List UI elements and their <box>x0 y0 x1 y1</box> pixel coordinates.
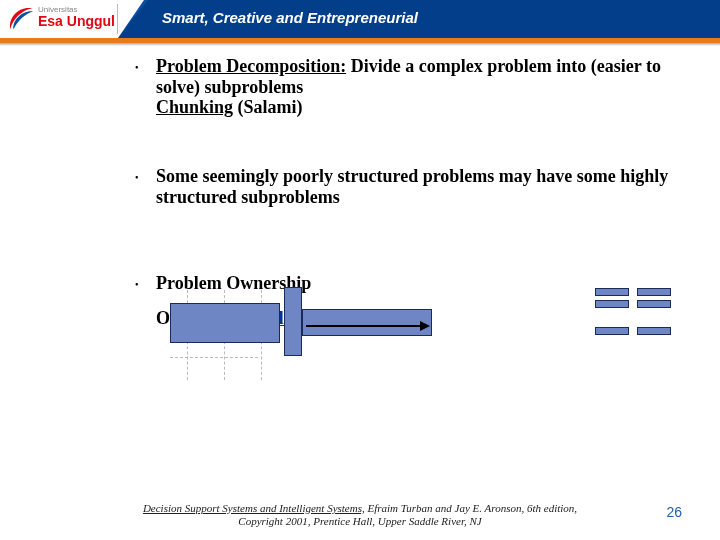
overlay-rect <box>595 300 629 308</box>
overlay-rect <box>637 300 671 308</box>
bullet-marker: • <box>0 273 156 294</box>
bullet-1-body: Problem Decomposition: Divide a complex … <box>156 56 720 118</box>
overlay-rect <box>284 287 302 356</box>
shadow-bar <box>0 43 720 46</box>
logo-area: Universitas Esa Unggul <box>0 0 118 38</box>
slide-header: Universitas Esa Unggul Smart, Creative a… <box>0 0 720 38</box>
overlay-rect <box>302 309 432 336</box>
logo-text: Universitas Esa Unggul <box>38 6 115 28</box>
content-area: • Problem Decomposition: Divide a comple… <box>0 48 720 329</box>
footer-rest1: Efraim Turban and Jay E. Aronson, 6th ed… <box>365 502 577 514</box>
bullet-1: • Problem Decomposition: Divide a comple… <box>0 56 720 118</box>
overlay-rect <box>595 327 629 335</box>
bullet-1-extra-rest: (Salami) <box>233 97 303 117</box>
guide-line <box>170 357 258 358</box>
footer-line2: Copyright 2001, Prentice Hall, Upper Sad… <box>238 515 481 527</box>
overlay-rect <box>637 288 671 296</box>
slogan-text: Smart, Creative and Entrepreneurial <box>162 9 418 26</box>
arrow-icon <box>306 325 428 327</box>
bullet-3-body: Problem Ownership <box>156 273 720 294</box>
page-number: 26 <box>666 504 682 520</box>
bullet-1-extra-u: Chunking <box>156 97 233 117</box>
overlay-rect <box>170 303 280 343</box>
header-triangle <box>118 0 144 38</box>
bullet-1-title: Problem Decomposition: <box>156 56 346 76</box>
bullet-2: • Some seemingly poorly structured probl… <box>0 166 720 207</box>
university-name: Esa Unggul <box>38 14 115 28</box>
bullet-marker: • <box>0 56 156 118</box>
overlay-rect <box>637 327 671 335</box>
outcome-prefix: O <box>156 308 170 328</box>
overlay-rect <box>595 288 629 296</box>
bullet-marker: • <box>0 166 156 207</box>
footer-citation: Decision Support Systems and Intelligent… <box>0 502 720 528</box>
bullet-2-body: Some seemingly poorly structured problem… <box>156 166 720 207</box>
logo-swoosh-icon <box>6 4 36 34</box>
footer-book: Decision Support Systems and Intelligent… <box>143 502 365 514</box>
